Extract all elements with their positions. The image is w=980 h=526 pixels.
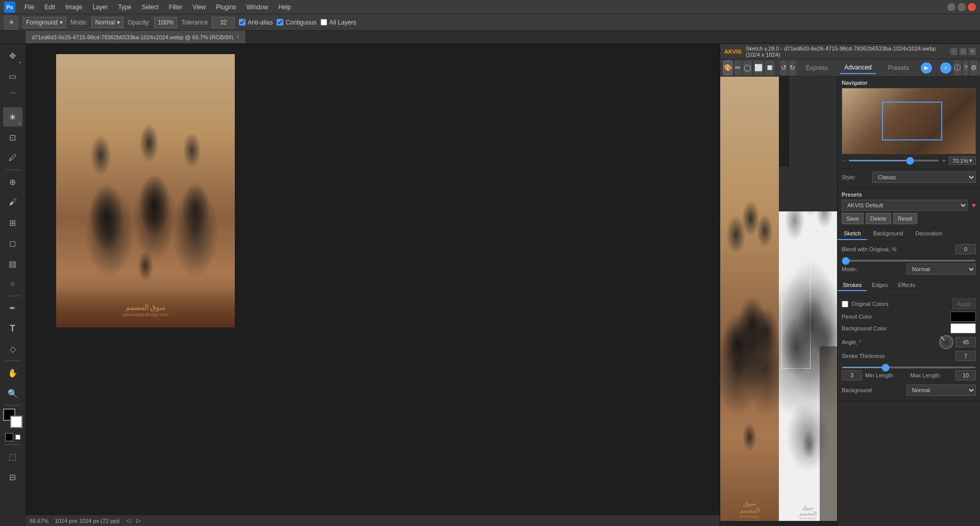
presets-mode-btn[interactable]: Presets [884, 62, 913, 74]
menu-select[interactable]: Select [137, 3, 162, 12]
angle-wheel[interactable] [939, 335, 953, 349]
apply-button[interactable]: ✓ [940, 62, 951, 74]
contiguous-checkbox-label[interactable]: Contiguous [277, 19, 316, 26]
document-tab[interactable]: d71ed6d3-6e26-4715-98cd-78362b6533ba-102… [26, 31, 246, 43]
stroke-thickness-input[interactable] [955, 351, 976, 361]
stroke-thickness-slider[interactable] [842, 367, 976, 368]
heart-button[interactable]: ♥ [972, 201, 976, 209]
tool-marquee[interactable]: ▭ [3, 66, 22, 86]
tool-eraser[interactable]: ◻ [3, 233, 22, 253]
menu-plugins[interactable]: Plugins [212, 3, 240, 12]
decoration-tab[interactable]: Decoration [909, 228, 948, 240]
akvis-tool-select[interactable]: 🔲 [765, 61, 774, 75]
menu-edit[interactable]: Edit [40, 3, 59, 12]
tool-gradient[interactable]: ▤ [3, 254, 22, 273]
max-length-input[interactable] [955, 370, 976, 380]
preset-select[interactable]: AKVIS Default [842, 200, 968, 211]
nav-arrow-left[interactable]: ◁ [126, 517, 130, 524]
tool-clone[interactable]: ⊞ [3, 213, 22, 232]
akvis-tool-redo[interactable]: ↻ [789, 61, 796, 75]
tool-lasso[interactable]: ⌒ [3, 87, 22, 106]
min-length-input[interactable] [842, 370, 862, 380]
reset-preset-button[interactable]: Reset [893, 213, 917, 224]
akvis-info[interactable]: ⓘ [953, 61, 961, 75]
tool-text[interactable]: T [3, 319, 22, 338]
antialias-checkbox-label[interactable]: Anti-alias [239, 19, 273, 26]
close-tab-icon[interactable]: × [236, 34, 239, 40]
blend-mode-select[interactable]: Normal Multiply [906, 264, 976, 275]
tool-pen[interactable]: ✒ [3, 298, 22, 318]
angle-input[interactable] [955, 337, 976, 347]
akvis-tool-rect[interactable]: ⬜ [754, 61, 763, 75]
foreground-dropdown[interactable]: Foreground ▾ [22, 17, 66, 28]
swap-colors-icon[interactable] [5, 433, 13, 441]
tool-healing[interactable]: ⊕ [3, 172, 22, 192]
tool-brush[interactable]: 🖌 [3, 193, 22, 212]
save-preset-button[interactable]: Save [842, 213, 864, 224]
zoom-out-icon[interactable]: − [842, 157, 845, 164]
tool-shape[interactable]: ◇ [3, 339, 22, 358]
delete-preset-button[interactable]: Delete [866, 213, 891, 224]
background-mode-select[interactable]: Normal [906, 385, 976, 396]
original-colors-apply-btn[interactable]: Apply [952, 298, 976, 309]
akvis-tool-eraser[interactable]: ◯ [743, 61, 752, 75]
canvas-area[interactable]: سوق المصمم www.souq-design.com 66.67% 10… [26, 44, 720, 526]
mode-dropdown[interactable]: Normal ▾ [91, 17, 124, 28]
all-layers-checkbox[interactable] [321, 19, 327, 26]
tool-eyedropper[interactable]: 🖊 [3, 148, 22, 168]
style-select[interactable]: Classic Color [872, 172, 976, 183]
tolerance-input[interactable] [212, 17, 235, 28]
menu-view[interactable]: View [188, 3, 210, 12]
sketch-tab[interactable]: Sketch [838, 228, 867, 240]
tool-screen-mode[interactable]: ⊟ [3, 467, 22, 487]
all-layers-checkbox-label[interactable]: All Layers [321, 19, 356, 26]
effects-subtab[interactable]: Effects [893, 280, 920, 291]
nav-arrow-right[interactable]: ▷ [136, 517, 140, 524]
akvis-minimize[interactable]: − [950, 48, 958, 55]
pencil-color-swatch[interactable] [950, 312, 976, 322]
background-color-box[interactable] [10, 416, 22, 428]
akvis-tool-sketch[interactable]: 🎨 [723, 61, 732, 75]
antialias-checkbox[interactable] [239, 19, 246, 26]
minimize-button[interactable] [947, 3, 955, 11]
default-colors-icon[interactable] [15, 435, 20, 440]
menu-window[interactable]: Window [242, 3, 273, 12]
menu-type[interactable]: Type [114, 3, 135, 12]
menu-image[interactable]: Image [61, 3, 86, 12]
menu-file[interactable]: File [20, 3, 38, 12]
menu-help[interactable]: Help [274, 3, 295, 12]
background-color-swatch[interactable] [950, 323, 976, 333]
preview-scrollbar[interactable] [720, 521, 837, 526]
tool-dodge[interactable]: ○ [3, 274, 22, 294]
akvis-tool-pencil[interactable]: ✏ [734, 61, 741, 75]
tool-hand[interactable]: ✋ [3, 363, 22, 382]
blend-slider[interactable] [842, 260, 976, 261]
akvis-tool-undo[interactable]: ↺ [780, 61, 787, 75]
edges-subtab[interactable]: Edges [867, 280, 893, 291]
close-button[interactable] [968, 3, 976, 11]
zoom-value-display[interactable]: 70.1% ▾ [949, 156, 976, 165]
contiguous-checkbox[interactable] [277, 19, 283, 26]
tool-icon[interactable]: ✳ [4, 15, 18, 30]
tool-move[interactable]: ✥ ▸ [3, 46, 22, 65]
express-mode-btn[interactable]: Express [802, 62, 832, 74]
tool-zoom[interactable]: 🔍 [3, 384, 22, 403]
menu-layer[interactable]: Layer [88, 3, 112, 12]
tool-crop[interactable]: ⊡ [3, 128, 22, 147]
advanced-mode-btn[interactable]: Advanced [840, 62, 875, 74]
opacity-input[interactable] [154, 17, 177, 28]
akvis-maximize[interactable]: □ [960, 48, 967, 55]
tool-magic-wand[interactable]: ✳ ▸ [3, 107, 22, 127]
tool-quick-mask[interactable]: ⬚ [3, 447, 22, 466]
zoom-slider[interactable] [848, 160, 939, 161]
akvis-close[interactable]: × [969, 48, 976, 55]
akvis-help[interactable]: ? [963, 61, 968, 75]
blend-input[interactable] [955, 244, 976, 254]
original-colors-checkbox[interactable] [842, 301, 848, 307]
strokes-subtab[interactable]: Strokes [838, 280, 867, 291]
akvis-settings[interactable]: ⚙ [970, 61, 977, 75]
background-tab[interactable]: Background [867, 228, 910, 240]
menu-filter[interactable]: Filter [165, 3, 187, 12]
maximize-button[interactable] [958, 3, 966, 11]
run-button[interactable]: ▶ [921, 62, 932, 74]
